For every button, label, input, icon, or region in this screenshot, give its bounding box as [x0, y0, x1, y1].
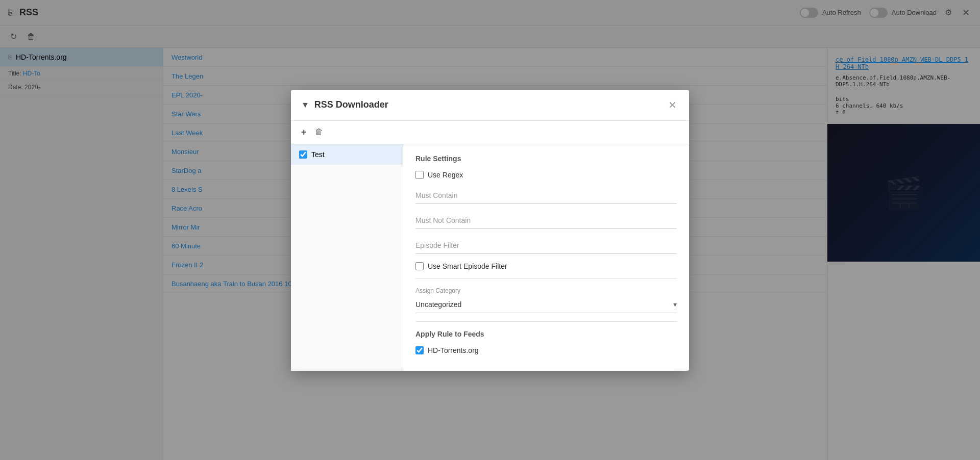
- rule-item-test[interactable]: Test: [291, 144, 403, 165]
- rule-test-label: Test: [311, 150, 325, 159]
- category-select[interactable]: Uncategorized: [415, 296, 677, 313]
- modal-add-button[interactable]: +: [299, 125, 309, 140]
- filter-icon: ▼: [301, 100, 309, 110]
- divider2: [415, 321, 677, 322]
- rule-test-checkbox[interactable]: [299, 150, 307, 159]
- modal-delete-button[interactable]: 🗑: [313, 125, 325, 139]
- modal-title: RSS Downloader: [314, 99, 661, 110]
- assign-category-label: Assign Category: [415, 287, 677, 294]
- divider1: [415, 278, 677, 279]
- rules-list: Test: [291, 144, 403, 371]
- must-not-contain-input[interactable]: [415, 212, 677, 229]
- modal-toolbar: + 🗑: [291, 121, 689, 144]
- use-regex-checkbox[interactable]: [415, 171, 424, 179]
- use-regex-label: Use Regex: [428, 171, 463, 179]
- feed-hd-torrents-label: HD-Torrents.org: [428, 346, 479, 354]
- use-regex-row: Use Regex: [415, 171, 677, 179]
- feed-checkbox-row-0: HD-Torrents.org: [415, 346, 677, 354]
- modal-body: Test Rule Settings Use Regex Use Smart E…: [291, 144, 689, 371]
- smart-episode-checkbox[interactable]: [415, 262, 424, 270]
- episode-filter-input[interactable]: [415, 237, 677, 254]
- feed-hd-torrents-checkbox[interactable]: [415, 346, 424, 354]
- category-select-wrapper: Uncategorized: [415, 296, 677, 313]
- smart-episode-row: Use Smart Episode Filter: [415, 262, 677, 270]
- apply-feeds-title: Apply Rule to Feeds: [415, 330, 677, 338]
- rss-downloader-modal: ▼ RSS Downloader ✕ + 🗑 Test Rule Setting…: [291, 90, 689, 371]
- rule-settings-title: Rule Settings: [415, 155, 677, 163]
- smart-episode-label: Use Smart Episode Filter: [428, 262, 507, 270]
- modal-close-button[interactable]: ✕: [666, 98, 679, 112]
- rule-settings-panel: Rule Settings Use Regex Use Smart Episod…: [403, 144, 689, 371]
- modal-header: ▼ RSS Downloader ✕: [291, 90, 689, 121]
- must-contain-input[interactable]: [415, 187, 677, 204]
- modal-overlay: ▼ RSS Downloader ✕ + 🗑 Test Rule Setting…: [0, 0, 980, 460]
